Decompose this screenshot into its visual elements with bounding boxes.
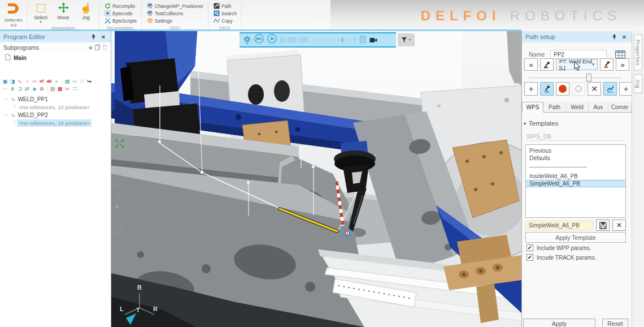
orientation-back[interactable]: B	[137, 284, 142, 291]
close-icon[interactable]: ✕	[620, 33, 628, 41]
torch-end-button[interactable]	[600, 58, 613, 71]
bytecode-button[interactable]: Bytecode	[104, 10, 137, 17]
tree-detail-weld-pp2[interactable]: └ <no references, 10 positions>	[0, 119, 111, 127]
play-button[interactable]	[267, 34, 277, 46]
speed-slider[interactable]	[330, 40, 350, 40]
report-icon[interactable]: ▤	[49, 85, 56, 92]
cube-view-icon[interactable]: ▢	[115, 179, 125, 186]
weld-path-button[interactable]	[603, 82, 617, 96]
tab-weld[interactable]: Weld	[566, 102, 589, 112]
grid-view-icon[interactable]: ▦	[115, 167, 125, 174]
to-top-icon[interactable]: ◂T	[38, 78, 45, 85]
duplicate-icon[interactable]	[94, 44, 101, 51]
tree-detail-weld-pp1[interactable]: └ <no references, 10 positions>	[0, 103, 111, 111]
path-wave-icon[interactable]: ∿	[16, 78, 23, 85]
orientation-left[interactable]: L	[120, 306, 124, 312]
fit-view-button[interactable]	[115, 139, 124, 150]
next-point-button[interactable]: »	[616, 58, 629, 71]
render-mode-icon[interactable]: ◻▼	[115, 191, 125, 198]
close-icon[interactable]: ✕	[99, 33, 107, 41]
path-points-icon[interactable]: ∾	[31, 78, 38, 85]
record-point-button[interactable]	[556, 82, 569, 96]
orientation-right[interactable]: R	[153, 306, 158, 312]
copy-button[interactable]: Copy	[213, 17, 237, 24]
split-out-icon[interactable]: ∷	[71, 85, 78, 92]
include-track-checkbox-row[interactable]: ✓ Incude TRACK params.	[526, 254, 596, 261]
stop-icon[interactable]: ⊘	[38, 85, 45, 92]
tree-node-weld-pp2[interactable]: − ∿ WELD_PP2	[0, 111, 111, 119]
reset-button[interactable]: Reset	[602, 319, 628, 327]
list-item-previous[interactable]: Previous	[526, 147, 625, 154]
hourglass-icon[interactable]: ◈	[31, 85, 38, 92]
printer-icon[interactable]: ▦	[56, 85, 63, 92]
search-button[interactable]: Search	[213, 10, 237, 17]
speed-increase-icon[interactable]: +	[353, 37, 356, 43]
tab-jog[interactable]: Jog	[634, 74, 642, 93]
torch-to-point-button[interactable]	[540, 82, 554, 96]
save-template-button[interactable]	[596, 220, 610, 231]
list-item-simpleweld[interactable]: SimpleWeld_A6_PB	[526, 180, 625, 187]
3d-viewport[interactable]: ▼ 0:00:00 1.0 − + ▼ ▦ ▢ ◻▼ ■▼ ◌▼ ◯	[111, 31, 521, 327]
pin-icon[interactable]	[89, 33, 97, 41]
add-point-after-button[interactable]: +	[619, 82, 632, 96]
settings-button[interactable]: Settings	[146, 17, 203, 24]
subpath-icon[interactable]: ≀	[24, 78, 31, 85]
torch-start-button[interactable]	[540, 58, 554, 71]
circle-point-button[interactable]	[572, 82, 585, 96]
move-button[interactable]: Move	[55, 2, 72, 23]
image-icon[interactable]: ▣	[2, 78, 8, 85]
add-point-button[interactable]: +	[524, 82, 538, 96]
recompile-button[interactable]: Recompile	[104, 2, 137, 10]
list-item-insideweld[interactable]: InsideWeld_A6_PB	[526, 173, 625, 180]
tree-icon[interactable]: ⋔	[9, 85, 16, 92]
select-button[interactable]: Select ▼	[32, 2, 49, 23]
tab-corner[interactable]: Corner	[608, 102, 632, 112]
delete-point-button[interactable]: ✕	[588, 82, 601, 96]
template-name-input[interactable]: SimpleWeld_A6_PB	[525, 221, 593, 230]
templates-section-header[interactable]: ▾ Templates	[524, 120, 558, 127]
apply-template-button[interactable]: Apply Template	[525, 232, 626, 243]
speed-decrease-icon[interactable]: −	[324, 37, 328, 43]
to-bottom-icon[interactable]: ◂B	[46, 78, 53, 85]
tab-path[interactable]: Path	[543, 102, 566, 112]
jog-button[interactable]: ☝ Jog	[77, 2, 94, 23]
delete-icon[interactable]	[102, 44, 107, 51]
list-item-defaults[interactable]: Defaults	[526, 154, 625, 162]
app-button-delfoi-arc[interactable]: Delfoi Arc 4.0	[0, 0, 27, 31]
previous-point-button[interactable]: «	[524, 58, 538, 71]
shading-mode-icon[interactable]: ■▼	[115, 203, 125, 210]
collapse-icon[interactable]: −	[5, 96, 8, 102]
checkbox-checked-icon[interactable]: ✓	[526, 244, 533, 251]
changewp-positioner-button[interactable]: ChangeWP_Positioner	[146, 2, 203, 10]
main-program-item[interactable]: Main	[0, 53, 111, 63]
playback-settings-button[interactable]: ▼	[243, 36, 251, 45]
orientation-widget[interactable]: B L T R	[117, 283, 162, 327]
3d-viewport-scene[interactable]	[111, 31, 521, 327]
refresh-icon[interactable]: ⇄	[24, 85, 31, 92]
delete-template-button[interactable]: ✕	[612, 220, 626, 231]
testcollisions-button[interactable]: TestCollisons	[146, 10, 203, 17]
split-in-icon[interactable]: ∺	[64, 85, 71, 92]
rewind-button[interactable]	[254, 34, 264, 46]
undo-icon[interactable]: ↩	[2, 85, 8, 92]
point-position-slider[interactable]	[529, 74, 621, 81]
document-icon[interactable]: ▤	[64, 78, 71, 85]
tab-aux[interactable]: Aux	[589, 102, 608, 112]
collapse-icon[interactable]: −	[5, 112, 8, 118]
redo-icon[interactable]: ↪	[86, 78, 93, 85]
slider-handle[interactable]	[586, 74, 591, 81]
path-button[interactable]: Path	[213, 2, 237, 10]
orientation-top[interactable]: T	[136, 307, 140, 313]
playback-filter-control[interactable]: ▼	[398, 33, 415, 46]
circle-tool-icon[interactable]: ◯	[115, 226, 125, 234]
path-name-input[interactable]: PP2	[550, 50, 607, 59]
bytescripts-button[interactable]: ByteScripts	[104, 17, 137, 24]
record-icon[interactable]: ●	[53, 78, 60, 85]
template-listbox[interactable]: Previous Defaults InsideWeld_A6_PB Simpl…	[525, 144, 626, 218]
panel-icon[interactable]: ◨	[9, 78, 16, 85]
tab-properties[interactable]: Properties	[634, 35, 642, 71]
tree-node-weld-pp1[interactable]: − ∿ WELD_PP1	[0, 95, 111, 103]
checkbox-checked-icon[interactable]: ✓	[526, 254, 533, 261]
include-wpp-checkbox-row[interactable]: ✓ Include WPP params.	[526, 244, 591, 251]
assign-icon[interactable]: ≔	[71, 78, 78, 85]
